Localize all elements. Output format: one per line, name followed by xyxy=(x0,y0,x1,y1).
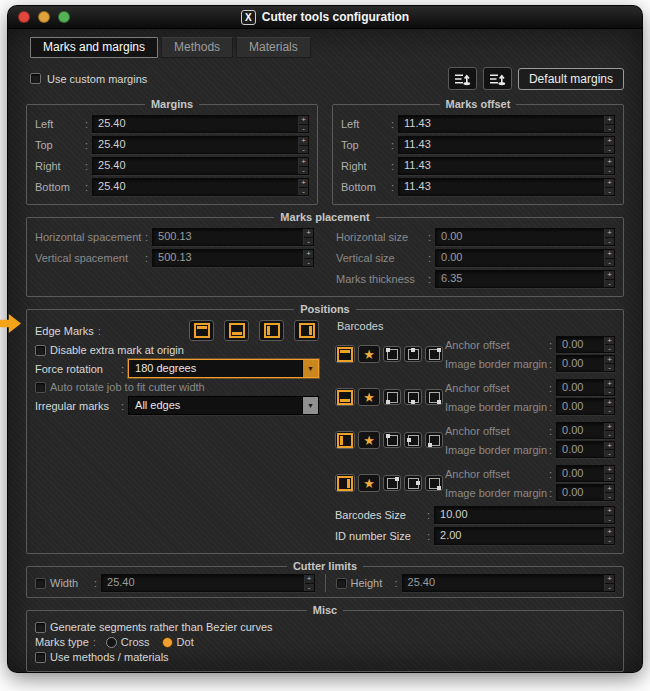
barcode-top-star-button[interactable]: ★ xyxy=(358,345,380,363)
marks-thickness-spinbox[interactable]: 6.35 xyxy=(435,270,615,288)
save-margins-preset-button[interactable] xyxy=(448,67,477,90)
anchor-offset-spinbox[interactable]: 0.00 xyxy=(556,465,615,482)
spin-down-button[interactable] xyxy=(605,537,614,545)
spin-value[interactable]: 0.00 xyxy=(557,423,604,438)
margins-right-spinbox[interactable]: 25.40 xyxy=(92,157,309,175)
spin-down-button[interactable] xyxy=(605,125,614,133)
spin-value[interactable]: 500.13 xyxy=(153,250,303,266)
edge-mark-left-button[interactable] xyxy=(259,320,284,341)
anchor-top-center-button[interactable] xyxy=(404,346,422,362)
width-checkbox[interactable] xyxy=(35,578,46,589)
spin-down-button[interactable] xyxy=(305,584,314,592)
spin-value[interactable]: 25.40 xyxy=(93,137,298,153)
anchor-top-left-button[interactable] xyxy=(383,346,401,362)
spin-down-button[interactable] xyxy=(605,388,614,395)
spin-down-button[interactable] xyxy=(605,450,614,457)
marks-offset-bottom-spinbox[interactable]: 11.43 xyxy=(398,178,615,196)
spin-value[interactable]: 0.00 xyxy=(557,399,604,414)
marks-type-cross-radio[interactable] xyxy=(106,637,117,648)
spin-value[interactable]: 11.43 xyxy=(399,116,604,132)
spin-value[interactable]: 500.13 xyxy=(153,229,303,245)
irregular-marks-select[interactable]: All edges ▼ xyxy=(128,396,319,415)
irregular-marks-value[interactable]: All edges xyxy=(129,397,302,414)
barcode-edge-right-button[interactable] xyxy=(335,474,355,492)
barcode-bottom-star-button[interactable]: ★ xyxy=(358,388,380,406)
spin-down-button[interactable] xyxy=(304,259,313,267)
anchor-bottom-right-button[interactable] xyxy=(425,389,443,405)
barcode-edge-left-button[interactable] xyxy=(335,431,355,449)
spin-value[interactable]: 0.00 xyxy=(557,485,604,500)
spin-down-button[interactable] xyxy=(605,364,614,371)
barcode-right-star-button[interactable]: ★ xyxy=(358,474,380,492)
spin-down-button[interactable] xyxy=(605,431,614,438)
width-spinbox[interactable]: 25.40 xyxy=(101,574,314,592)
chevron-down-icon[interactable]: ▼ xyxy=(302,397,318,414)
horizontal-size-spinbox[interactable]: 0.00 xyxy=(435,228,615,246)
disable-extra-mark-checkbox[interactable] xyxy=(35,345,46,356)
vertical-size-spinbox[interactable]: 0.00 xyxy=(435,249,615,267)
horizontal-spacement-spinbox[interactable]: 500.13 xyxy=(152,228,314,246)
spin-value[interactable]: 25.40 xyxy=(403,575,604,591)
image-border-margin-spinbox[interactable]: 0.00 xyxy=(556,355,615,372)
spin-down-button[interactable] xyxy=(605,345,614,352)
spin-down-button[interactable] xyxy=(605,474,614,481)
marks-offset-left-spinbox[interactable]: 11.43 xyxy=(398,115,615,133)
spin-down-button[interactable] xyxy=(299,188,308,196)
spin-down-button[interactable] xyxy=(605,516,614,524)
load-margins-preset-button[interactable] xyxy=(483,67,512,90)
anchor-top-right-button[interactable] xyxy=(425,346,443,362)
force-rotation-value[interactable]: 180 degrees xyxy=(129,360,302,377)
height-checkbox[interactable] xyxy=(336,578,347,589)
spin-value[interactable]: 25.40 xyxy=(93,158,298,174)
spin-value[interactable]: 0.00 xyxy=(557,337,604,352)
spin-value[interactable]: 11.43 xyxy=(399,158,604,174)
zoom-button[interactable] xyxy=(58,11,70,23)
spin-down-button[interactable] xyxy=(605,238,614,246)
barcodes-size-spinbox[interactable]: 10.00 xyxy=(434,506,615,524)
image-border-margin-spinbox[interactable]: 0.00 xyxy=(556,484,615,501)
image-border-margin-spinbox[interactable]: 0.00 xyxy=(556,398,615,415)
force-rotation-select[interactable]: 180 degrees ▼ xyxy=(128,359,319,378)
barcode-left-star-button[interactable]: ★ xyxy=(358,431,380,449)
anchor-left-center-button[interactable] xyxy=(404,432,422,448)
id-number-size-spinbox[interactable]: 2.00 xyxy=(434,527,615,545)
use-methods-checkbox[interactable] xyxy=(35,652,46,663)
image-border-margin-spinbox[interactable]: 0.00 xyxy=(556,441,615,458)
spin-down-button[interactable] xyxy=(304,238,313,246)
spin-value[interactable]: 0.00 xyxy=(557,466,604,481)
spin-value[interactable]: 0.00 xyxy=(557,442,604,457)
spin-value[interactable]: 0.00 xyxy=(436,250,604,266)
anchor-bottom-center-button[interactable] xyxy=(404,389,422,405)
spin-value[interactable]: 6.35 xyxy=(436,271,604,287)
chevron-down-icon[interactable]: ▼ xyxy=(302,360,318,377)
spin-value[interactable]: 0.00 xyxy=(557,380,604,395)
tab-marks-and-margins[interactable]: Marks and margins xyxy=(30,37,158,58)
edge-mark-top-button[interactable] xyxy=(189,320,214,341)
anchor-offset-spinbox[interactable]: 0.00 xyxy=(556,336,615,353)
spin-value[interactable]: 0.00 xyxy=(557,356,604,371)
spin-value[interactable]: 25.40 xyxy=(93,116,298,132)
spin-value[interactable]: 11.43 xyxy=(399,179,604,195)
spin-value[interactable]: 25.40 xyxy=(93,179,298,195)
anchor-left-top-button[interactable] xyxy=(383,432,401,448)
spin-value[interactable]: 0.00 xyxy=(436,229,604,245)
barcode-edge-top-button[interactable] xyxy=(335,345,355,363)
spin-down-button[interactable] xyxy=(605,280,614,288)
anchor-left-bottom-button[interactable] xyxy=(425,432,443,448)
vertical-spacement-spinbox[interactable]: 500.13 xyxy=(152,249,314,267)
spin-down-button[interactable] xyxy=(605,407,614,414)
auto-rotate-checkbox[interactable] xyxy=(35,382,46,393)
marks-offset-top-spinbox[interactable]: 11.43 xyxy=(398,136,615,154)
spin-down-button[interactable] xyxy=(605,188,614,196)
spin-value[interactable]: 2.00 xyxy=(435,528,604,544)
anchor-offset-spinbox[interactable]: 0.00 xyxy=(556,379,615,396)
marks-type-dot-radio[interactable] xyxy=(162,637,173,648)
edge-mark-right-button[interactable] xyxy=(294,320,319,341)
spin-down-button[interactable] xyxy=(605,259,614,267)
generate-segments-checkbox[interactable] xyxy=(35,622,46,633)
anchor-right-bottom-button[interactable] xyxy=(425,475,443,491)
spin-value[interactable]: 25.40 xyxy=(102,575,303,591)
spin-down-button[interactable] xyxy=(299,125,308,133)
spin-value[interactable]: 11.43 xyxy=(399,137,604,153)
anchor-right-top-button[interactable] xyxy=(383,475,401,491)
